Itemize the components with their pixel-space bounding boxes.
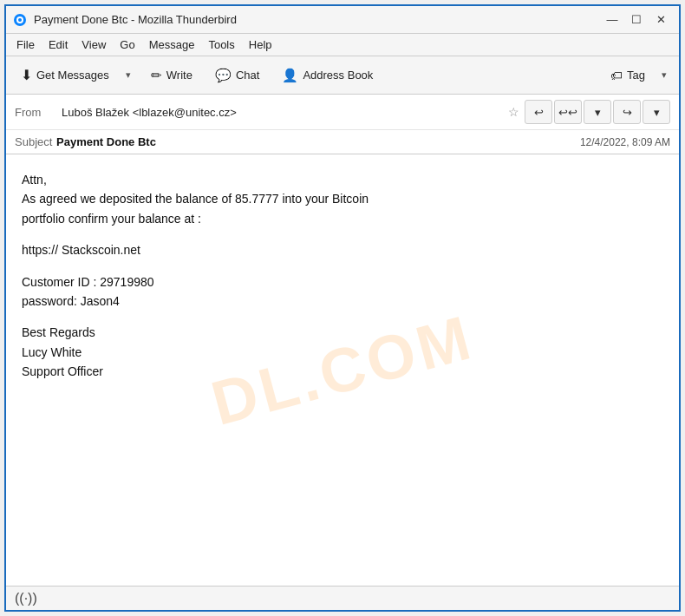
from-value: Luboš Blažek <lblazek@unitec.cz> [62,106,503,119]
get-messages-button[interactable]: ⬇ Get Messages [11,61,119,90]
address-book-button[interactable]: 👤 Address Book [272,61,382,90]
minimize-button[interactable]: — [601,10,623,29]
menu-view[interactable]: View [75,36,113,54]
body-line4: https:// Stackscoin.net [22,240,663,259]
application-window: Payment Done Btc - Mozilla Thunderbird —… [4,4,681,612]
tag-group: 🏷 Tag ▾ [601,61,674,90]
write-label: Write [166,69,192,82]
window-controls: — ☐ ✕ [601,10,672,29]
email-date: 12/4/2022, 8:09 AM [580,136,670,148]
body-line8: Lucy White [22,343,663,362]
chat-label: Chat [236,69,259,82]
menu-help[interactable]: Help [242,36,279,54]
close-button[interactable]: ✕ [649,10,672,29]
title-bar: Payment Done Btc - Mozilla Thunderbird —… [6,6,679,34]
status-bar: ((·)) [6,586,679,610]
address-book-icon: 👤 [282,68,298,83]
menu-tools[interactable]: Tools [201,36,241,54]
body-line7: Best Regards [22,323,663,342]
tag-button[interactable]: 🏷 Tag [601,61,655,90]
tag-icon: 🏷 [610,69,623,82]
body-line3: portfolio confirm your balance at : [22,209,663,228]
email-body: DL.COM Attn, As agreed we deposited the … [6,154,679,586]
email-body-content: Attn, As agreed we deposited the balance… [22,170,663,382]
write-button[interactable]: ✏ Write [141,61,202,90]
svg-point-2 [18,18,22,22]
forward-button[interactable]: ↪ [613,100,641,124]
forward-dropdown[interactable]: ▾ [643,100,670,124]
connection-status-icon: ((·)) [15,591,37,606]
from-label: From [15,106,56,119]
menu-edit[interactable]: Edit [42,36,75,54]
tag-dropdown[interactable]: ▾ [655,61,674,90]
address-book-label: Address Book [303,69,373,82]
body-line5: Customer ID : 29719980 [22,272,663,292]
email-header: From Luboš Blažek <lblazek@unitec.cz> ☆ … [6,95,679,154]
menu-go[interactable]: Go [113,36,141,54]
tag-label: Tag [627,69,645,82]
reply-dropdown[interactable]: ▾ [584,100,611,124]
subject-value: Payment Done Btc [56,135,580,148]
get-messages-group: ⬇ Get Messages ▾ [11,61,138,90]
menu-file[interactable]: File [10,36,42,54]
get-messages-icon: ⬇ [21,67,32,83]
chat-button[interactable]: 💬 Chat [206,61,269,90]
window-title: Payment Done Btc - Mozilla Thunderbird [34,13,594,26]
toolbar: ⬇ Get Messages ▾ ✏ Write 💬 Chat 👤 Addres… [6,56,679,95]
get-messages-dropdown[interactable]: ▾ [119,61,138,90]
body-line9: Support Officer [22,362,663,381]
body-line2: As agreed we deposited the balance of 85… [22,189,663,208]
app-icon [13,13,27,27]
menu-bar: File Edit View Go Message Tools Help [6,34,679,56]
body-line1: Attn, [22,170,663,189]
get-messages-label: Get Messages [36,69,109,82]
subject-label: Subject [15,135,56,148]
write-icon: ✏ [151,68,162,83]
from-row: From Luboš Blažek <lblazek@unitec.cz> ☆ … [6,95,679,130]
menu-message[interactable]: Message [142,36,202,54]
reply-button[interactable]: ↩ [525,100,552,124]
maximize-button[interactable]: ☐ [625,10,648,29]
body-line6: password: Jason4 [22,292,663,311]
reply-all-button[interactable]: ↩↩ [554,100,582,124]
chat-icon: 💬 [215,68,232,83]
reply-buttons: ↩ ↩↩ ▾ ↪ ▾ [525,100,670,124]
star-icon[interactable]: ☆ [508,105,519,119]
subject-row: Subject Payment Done Btc 12/4/2022, 8:09… [6,130,679,154]
